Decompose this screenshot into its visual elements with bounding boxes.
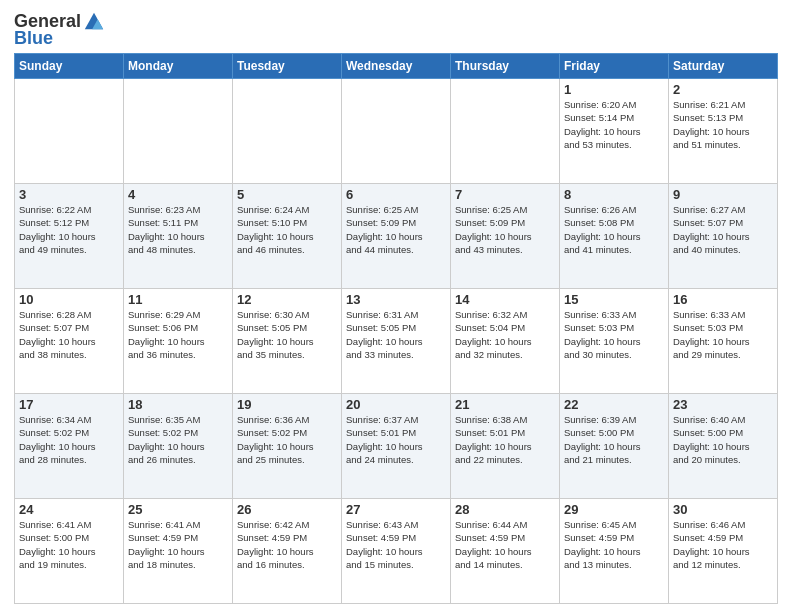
day-info: Sunrise: 6:21 AM Sunset: 5:13 PM Dayligh… bbox=[673, 98, 773, 151]
calendar-cell: 21Sunrise: 6:38 AM Sunset: 5:01 PM Dayli… bbox=[451, 394, 560, 499]
calendar-cell: 11Sunrise: 6:29 AM Sunset: 5:06 PM Dayli… bbox=[124, 289, 233, 394]
calendar-cell: 22Sunrise: 6:39 AM Sunset: 5:00 PM Dayli… bbox=[560, 394, 669, 499]
day-number: 3 bbox=[19, 187, 119, 202]
calendar-cell: 26Sunrise: 6:42 AM Sunset: 4:59 PM Dayli… bbox=[233, 499, 342, 604]
weekday-header-thursday: Thursday bbox=[451, 54, 560, 79]
day-info: Sunrise: 6:45 AM Sunset: 4:59 PM Dayligh… bbox=[564, 518, 664, 571]
day-info: Sunrise: 6:43 AM Sunset: 4:59 PM Dayligh… bbox=[346, 518, 446, 571]
day-number: 19 bbox=[237, 397, 337, 412]
day-info: Sunrise: 6:41 AM Sunset: 4:59 PM Dayligh… bbox=[128, 518, 228, 571]
day-info: Sunrise: 6:42 AM Sunset: 4:59 PM Dayligh… bbox=[237, 518, 337, 571]
calendar-cell: 19Sunrise: 6:36 AM Sunset: 5:02 PM Dayli… bbox=[233, 394, 342, 499]
calendar-cell: 13Sunrise: 6:31 AM Sunset: 5:05 PM Dayli… bbox=[342, 289, 451, 394]
day-number: 23 bbox=[673, 397, 773, 412]
calendar-cell: 28Sunrise: 6:44 AM Sunset: 4:59 PM Dayli… bbox=[451, 499, 560, 604]
day-info: Sunrise: 6:23 AM Sunset: 5:11 PM Dayligh… bbox=[128, 203, 228, 256]
day-number: 8 bbox=[564, 187, 664, 202]
weekday-header-saturday: Saturday bbox=[669, 54, 778, 79]
calendar-cell: 6Sunrise: 6:25 AM Sunset: 5:09 PM Daylig… bbox=[342, 184, 451, 289]
calendar-cell: 27Sunrise: 6:43 AM Sunset: 4:59 PM Dayli… bbox=[342, 499, 451, 604]
day-number: 13 bbox=[346, 292, 446, 307]
calendar-table: SundayMondayTuesdayWednesdayThursdayFrid… bbox=[14, 53, 778, 604]
calendar-cell: 18Sunrise: 6:35 AM Sunset: 5:02 PM Dayli… bbox=[124, 394, 233, 499]
logo-icon bbox=[83, 10, 105, 32]
day-info: Sunrise: 6:25 AM Sunset: 5:09 PM Dayligh… bbox=[346, 203, 446, 256]
day-info: Sunrise: 6:46 AM Sunset: 4:59 PM Dayligh… bbox=[673, 518, 773, 571]
calendar-cell: 1Sunrise: 6:20 AM Sunset: 5:14 PM Daylig… bbox=[560, 79, 669, 184]
day-number: 18 bbox=[128, 397, 228, 412]
calendar-cell: 9Sunrise: 6:27 AM Sunset: 5:07 PM Daylig… bbox=[669, 184, 778, 289]
calendar-week-3: 10Sunrise: 6:28 AM Sunset: 5:07 PM Dayli… bbox=[15, 289, 778, 394]
day-info: Sunrise: 6:39 AM Sunset: 5:00 PM Dayligh… bbox=[564, 413, 664, 466]
day-number: 26 bbox=[237, 502, 337, 517]
weekday-header-sunday: Sunday bbox=[15, 54, 124, 79]
day-info: Sunrise: 6:20 AM Sunset: 5:14 PM Dayligh… bbox=[564, 98, 664, 151]
day-number: 17 bbox=[19, 397, 119, 412]
calendar-cell bbox=[15, 79, 124, 184]
day-info: Sunrise: 6:44 AM Sunset: 4:59 PM Dayligh… bbox=[455, 518, 555, 571]
calendar-cell: 12Sunrise: 6:30 AM Sunset: 5:05 PM Dayli… bbox=[233, 289, 342, 394]
day-number: 2 bbox=[673, 82, 773, 97]
calendar-cell: 15Sunrise: 6:33 AM Sunset: 5:03 PM Dayli… bbox=[560, 289, 669, 394]
day-info: Sunrise: 6:40 AM Sunset: 5:00 PM Dayligh… bbox=[673, 413, 773, 466]
day-info: Sunrise: 6:25 AM Sunset: 5:09 PM Dayligh… bbox=[455, 203, 555, 256]
calendar-cell bbox=[342, 79, 451, 184]
day-number: 12 bbox=[237, 292, 337, 307]
day-number: 21 bbox=[455, 397, 555, 412]
day-number: 9 bbox=[673, 187, 773, 202]
day-info: Sunrise: 6:31 AM Sunset: 5:05 PM Dayligh… bbox=[346, 308, 446, 361]
day-info: Sunrise: 6:28 AM Sunset: 5:07 PM Dayligh… bbox=[19, 308, 119, 361]
calendar-cell: 17Sunrise: 6:34 AM Sunset: 5:02 PM Dayli… bbox=[15, 394, 124, 499]
calendar-cell: 23Sunrise: 6:40 AM Sunset: 5:00 PM Dayli… bbox=[669, 394, 778, 499]
calendar-cell bbox=[233, 79, 342, 184]
calendar-cell: 3Sunrise: 6:22 AM Sunset: 5:12 PM Daylig… bbox=[15, 184, 124, 289]
day-info: Sunrise: 6:38 AM Sunset: 5:01 PM Dayligh… bbox=[455, 413, 555, 466]
weekday-header-row: SundayMondayTuesdayWednesdayThursdayFrid… bbox=[15, 54, 778, 79]
weekday-header-wednesday: Wednesday bbox=[342, 54, 451, 79]
calendar-cell: 14Sunrise: 6:32 AM Sunset: 5:04 PM Dayli… bbox=[451, 289, 560, 394]
weekday-header-tuesday: Tuesday bbox=[233, 54, 342, 79]
calendar-cell: 4Sunrise: 6:23 AM Sunset: 5:11 PM Daylig… bbox=[124, 184, 233, 289]
weekday-header-friday: Friday bbox=[560, 54, 669, 79]
day-info: Sunrise: 6:24 AM Sunset: 5:10 PM Dayligh… bbox=[237, 203, 337, 256]
calendar-cell: 10Sunrise: 6:28 AM Sunset: 5:07 PM Dayli… bbox=[15, 289, 124, 394]
day-number: 27 bbox=[346, 502, 446, 517]
day-info: Sunrise: 6:36 AM Sunset: 5:02 PM Dayligh… bbox=[237, 413, 337, 466]
day-info: Sunrise: 6:32 AM Sunset: 5:04 PM Dayligh… bbox=[455, 308, 555, 361]
day-number: 14 bbox=[455, 292, 555, 307]
calendar-cell bbox=[451, 79, 560, 184]
day-number: 28 bbox=[455, 502, 555, 517]
calendar-cell: 25Sunrise: 6:41 AM Sunset: 4:59 PM Dayli… bbox=[124, 499, 233, 604]
calendar-cell: 8Sunrise: 6:26 AM Sunset: 5:08 PM Daylig… bbox=[560, 184, 669, 289]
calendar-cell: 2Sunrise: 6:21 AM Sunset: 5:13 PM Daylig… bbox=[669, 79, 778, 184]
day-number: 25 bbox=[128, 502, 228, 517]
day-number: 5 bbox=[237, 187, 337, 202]
calendar-cell: 24Sunrise: 6:41 AM Sunset: 5:00 PM Dayli… bbox=[15, 499, 124, 604]
calendar-cell: 7Sunrise: 6:25 AM Sunset: 5:09 PM Daylig… bbox=[451, 184, 560, 289]
weekday-header-monday: Monday bbox=[124, 54, 233, 79]
day-number: 24 bbox=[19, 502, 119, 517]
day-info: Sunrise: 6:30 AM Sunset: 5:05 PM Dayligh… bbox=[237, 308, 337, 361]
day-number: 30 bbox=[673, 502, 773, 517]
day-number: 15 bbox=[564, 292, 664, 307]
calendar-cell bbox=[124, 79, 233, 184]
day-info: Sunrise: 6:22 AM Sunset: 5:12 PM Dayligh… bbox=[19, 203, 119, 256]
calendar-cell: 20Sunrise: 6:37 AM Sunset: 5:01 PM Dayli… bbox=[342, 394, 451, 499]
day-info: Sunrise: 6:41 AM Sunset: 5:00 PM Dayligh… bbox=[19, 518, 119, 571]
day-number: 22 bbox=[564, 397, 664, 412]
day-info: Sunrise: 6:33 AM Sunset: 5:03 PM Dayligh… bbox=[673, 308, 773, 361]
logo-area: General Blue bbox=[14, 10, 107, 49]
header: General Blue bbox=[14, 10, 778, 49]
calendar-week-2: 3Sunrise: 6:22 AM Sunset: 5:12 PM Daylig… bbox=[15, 184, 778, 289]
day-number: 11 bbox=[128, 292, 228, 307]
day-info: Sunrise: 6:35 AM Sunset: 5:02 PM Dayligh… bbox=[128, 413, 228, 466]
day-info: Sunrise: 6:34 AM Sunset: 5:02 PM Dayligh… bbox=[19, 413, 119, 466]
calendar-cell: 29Sunrise: 6:45 AM Sunset: 4:59 PM Dayli… bbox=[560, 499, 669, 604]
day-number: 20 bbox=[346, 397, 446, 412]
page: General Blue SundayMondayTuesdayWednesda… bbox=[0, 0, 792, 612]
calendar-week-5: 24Sunrise: 6:41 AM Sunset: 5:00 PM Dayli… bbox=[15, 499, 778, 604]
day-info: Sunrise: 6:27 AM Sunset: 5:07 PM Dayligh… bbox=[673, 203, 773, 256]
calendar-week-4: 17Sunrise: 6:34 AM Sunset: 5:02 PM Dayli… bbox=[15, 394, 778, 499]
day-info: Sunrise: 6:33 AM Sunset: 5:03 PM Dayligh… bbox=[564, 308, 664, 361]
day-info: Sunrise: 6:29 AM Sunset: 5:06 PM Dayligh… bbox=[128, 308, 228, 361]
